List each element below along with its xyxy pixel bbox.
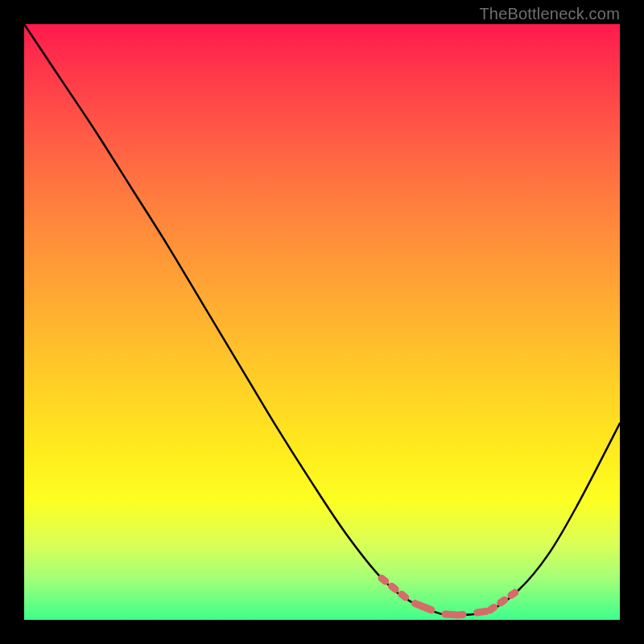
optimum-highlight-tight (382, 578, 515, 610)
optimum-highlight-wide (415, 604, 485, 615)
chart-svg (24, 24, 620, 620)
chart-frame: TheBottleneck.com (0, 0, 644, 644)
bottleneck-curve (24, 24, 620, 616)
plot-area (24, 24, 620, 620)
watermark-text: TheBottleneck.com (479, 5, 620, 23)
